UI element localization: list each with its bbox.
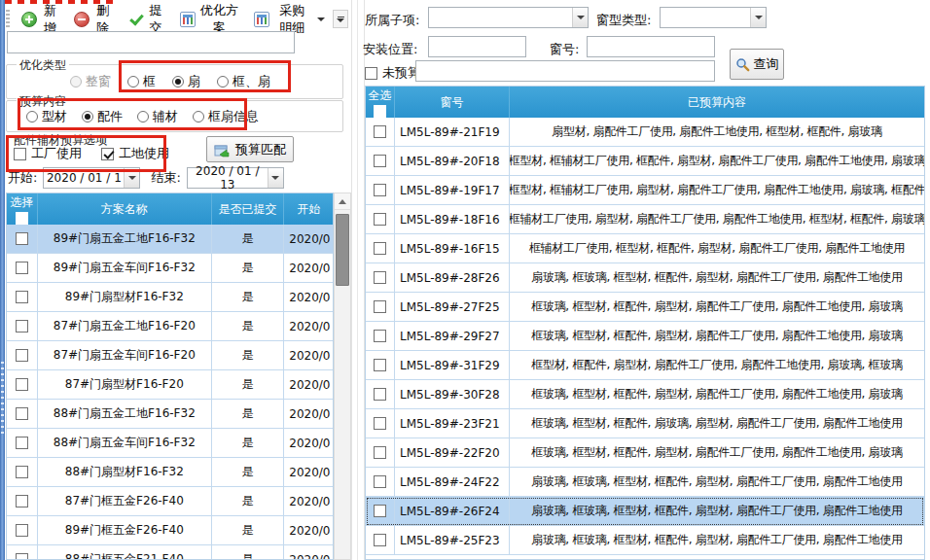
plan-row[interactable]: 87#门扇五金工地F16-F20 是 2020/0	[7, 312, 333, 341]
plan-row[interactable]: 87#门扇五金车间F16-F20 是 2020/0	[7, 341, 333, 370]
radio-label: 框、扇	[232, 73, 270, 90]
row-checkbox[interactable]	[16, 553, 28, 560]
window-row[interactable]: LM5L-89#-27F25 框玻璃, 框型材, 框配件, 扇型材, 扇配件工厂…	[366, 293, 924, 322]
plan-row[interactable]: 88#门扇五金车间F16-F32 是 2020/0	[7, 429, 333, 458]
window-row[interactable]: LM5L-89#-23F21 框玻璃, 框型材, 框配件, 扇玻璃, 扇型材, …	[366, 409, 924, 438]
submitted-cell: 是	[212, 312, 285, 340]
row-checkbox[interactable]	[374, 446, 386, 459]
window-row[interactable]: LM5L-89#-16F15 框辅材工厂使用, 框型材, 框配件, 扇型材, 扇…	[366, 234, 924, 263]
scrollbar-thumb[interactable]	[336, 214, 349, 286]
scroll-up-button[interactable]	[335, 193, 350, 210]
plan-row[interactable]: 87#门扇型材F16-F20 是 2020/0	[7, 370, 333, 400]
window-row[interactable]: LM5L-89#-20F18 框型材, 框辅材工厂使用, 框配件, 扇型材, 扇…	[366, 147, 924, 176]
plan-name-cell: 87#门框五金F26-F40	[38, 487, 212, 515]
window-row[interactable]: LM5L-89#-30F28 框玻璃, 框型材, 框配件, 扇型材, 扇配件工厂…	[366, 380, 924, 409]
radio-option[interactable]: 配件	[82, 108, 123, 125]
row-checkbox[interactable]	[374, 125, 386, 138]
submitted-cell: 是	[212, 545, 285, 560]
row-checkbox[interactable]	[16, 524, 28, 537]
radio-option[interactable]: 框、扇	[217, 73, 270, 90]
chevron-down-icon	[317, 18, 325, 21]
window-row[interactable]: LM5L-89#-25F23 扇玻璃, 框玻璃, 框型材, 框配件, 扇型材, …	[366, 526, 924, 555]
radio-option[interactable]: 扇	[172, 73, 200, 90]
row-checkbox[interactable]	[374, 475, 386, 488]
row-checkbox[interactable]	[16, 466, 28, 478]
plan-row[interactable]: 88#门框五金F21-F40 是 2020/0	[7, 545, 333, 560]
start-date-dropdown-button[interactable]	[124, 168, 139, 188]
query-label: 查询	[754, 55, 779, 73]
plans-table-scrollbar[interactable]	[334, 192, 351, 560]
plan-name-cell: 88#门扇型材F16-F32	[38, 458, 212, 486]
plan-filter-input[interactable]	[7, 31, 295, 53]
checkbox-option[interactable]: 工厂使用	[14, 145, 82, 162]
row-checkbox[interactable]	[374, 359, 386, 371]
start-date-picker[interactable]: 2020 / 01 / 1	[43, 167, 140, 189]
window-type-dropdown-button[interactable]	[750, 8, 766, 27]
sub-item-dropdown-button[interactable]	[572, 8, 588, 27]
plan-row[interactable]: 89#门扇型材F16-F32 是 2020/0	[7, 283, 333, 312]
no-budget-checkbox[interactable]	[365, 67, 377, 80]
window-row[interactable]: LM5L-89#-24F22 扇玻璃, 框玻璃, 框型材, 框配件, 扇型材, …	[366, 468, 924, 497]
window-row[interactable]: LM5L-89#-29F27 框玻璃, 框型材, 框配件, 扇型材, 扇配件工厂…	[366, 322, 924, 351]
window-row[interactable]: LM5L-89#-22F20 框玻璃, 框型材, 框配件, 扇型材, 扇配件工厂…	[366, 438, 924, 468]
window-row[interactable]: LM5L-89#-21F19 扇型材, 扇配件工厂使用, 扇配件工地使用, 框型…	[366, 118, 924, 147]
panel-splitter[interactable]	[351, 0, 365, 560]
plan-row[interactable]: 89#门框五金F26-F40 是 2020/0	[7, 516, 333, 545]
submitted-cell: 是	[212, 458, 285, 486]
row-checkbox[interactable]	[374, 155, 386, 167]
budget-match-button[interactable]: 预算匹配	[206, 136, 294, 162]
radio-option[interactable]: 辅材	[137, 108, 178, 125]
row-checkbox[interactable]	[374, 271, 386, 284]
row-checkbox[interactable]	[16, 262, 28, 274]
row-checkbox[interactable]	[374, 330, 386, 342]
radio-option[interactable]: 框扇信息	[193, 108, 259, 125]
plan-row[interactable]: 89#门扇五金车间F16-F32 是 2020/0	[7, 254, 333, 283]
select-all-checkbox[interactable]	[16, 212, 28, 225]
window-row[interactable]: LM5L-89#-28F26 扇玻璃, 框玻璃, 框型材, 框配件, 扇型材, …	[366, 263, 924, 293]
plan-row[interactable]: 89#门扇五金工地F16-F32 是 2020/0	[7, 225, 333, 254]
row-checkbox[interactable]	[16, 378, 28, 391]
select-all-checkbox[interactable]	[374, 105, 386, 118]
chevron-down-icon	[755, 16, 763, 19]
sub-item-combobox[interactable]	[428, 7, 589, 28]
end-date-dropdown-button[interactable]	[268, 168, 283, 188]
window-row[interactable]: LM5L-89#-31F29 框型材, 框配件, 扇型材, 扇配件工厂使用, 扇…	[366, 351, 924, 380]
toolbar-overflow-button[interactable]	[333, 10, 348, 28]
install-position-input[interactable]	[428, 36, 526, 57]
window-row[interactable]: LM5L-89#-26F24 扇玻璃, 框玻璃, 框型材, 框配件, 扇型材, …	[366, 497, 924, 526]
window-type-combobox[interactable]	[660, 7, 767, 28]
checkbox-option[interactable]: 工地使用	[101, 145, 169, 162]
row-checkbox[interactable]	[16, 232, 28, 245]
row-checkbox[interactable]	[374, 505, 386, 517]
radio-option[interactable]: 整窗	[70, 73, 111, 90]
row-checkbox[interactable]	[374, 242, 386, 255]
row-checkbox[interactable]	[16, 291, 28, 303]
row-checkbox[interactable]	[374, 388, 386, 401]
no-budget-input[interactable]	[415, 60, 715, 82]
plan-row[interactable]: 88#门扇五金工地F16-F32 是 2020/0	[7, 400, 333, 429]
row-checkbox[interactable]	[16, 407, 28, 420]
toolbar-grip[interactable]	[6, 10, 10, 29]
plan-row[interactable]: 87#门框五金F26-F40 是 2020/0	[7, 487, 333, 516]
row-checkbox[interactable]	[374, 300, 386, 313]
row-checkbox[interactable]	[374, 184, 386, 196]
row-checkbox[interactable]	[16, 320, 28, 332]
window-no-input[interactable]	[587, 36, 715, 57]
end-date-picker[interactable]: 2020 / 01 / 13	[187, 167, 284, 189]
row-checkbox[interactable]	[374, 417, 386, 430]
left-edge-splitter[interactable]	[0, 0, 5, 560]
radio-option[interactable]: 型材	[26, 108, 67, 125]
plan-row[interactable]: 88#门扇型材F16-F32 是 2020/0	[7, 458, 333, 487]
radio-option[interactable]: 框	[127, 73, 156, 90]
row-checkbox[interactable]	[374, 213, 386, 226]
row-checkbox[interactable]	[16, 495, 28, 508]
row-checkbox[interactable]	[374, 534, 386, 546]
window-row[interactable]: LM5L-89#-18F16 框辅材工厂使用, 扇型材, 扇配件工厂使用, 扇配…	[366, 205, 924, 234]
query-button[interactable]: 查询	[730, 49, 784, 80]
end-date-label: 结束:	[151, 169, 180, 187]
row-checkbox[interactable]	[16, 349, 28, 362]
start-date-cell: 2020/0	[284, 429, 333, 457]
row-checkbox[interactable]	[16, 437, 28, 449]
submitted-cell: 是	[212, 487, 285, 515]
window-row[interactable]: LM5L-89#-19F17 框型材, 框辅材工厂使用, 扇型材, 扇配件工厂使…	[366, 176, 924, 205]
